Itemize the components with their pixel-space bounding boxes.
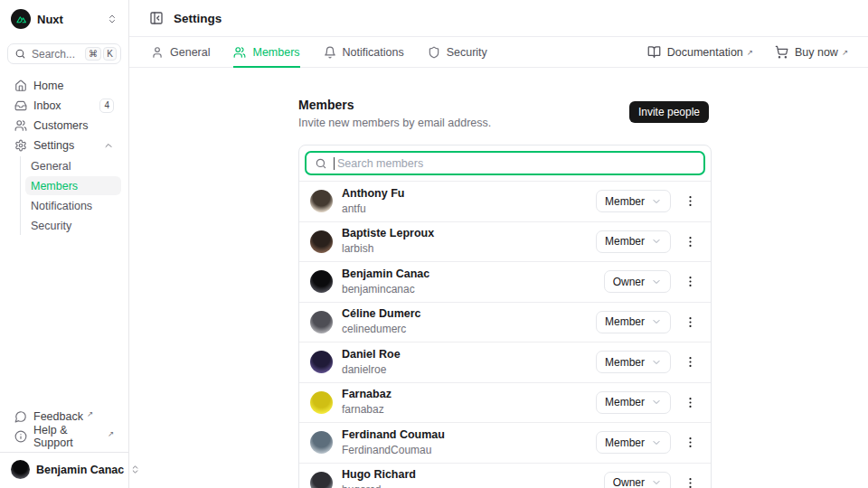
chevron-down-icon	[651, 236, 662, 247]
info-icon	[14, 430, 27, 443]
members-section: Members Invite new members by email addr…	[298, 98, 712, 488]
chevron-down-icon	[651, 357, 662, 368]
member-menu-button[interactable]	[680, 351, 700, 373]
members-list: Anthony Fu antfu Member Baptiste Leproux…	[299, 181, 711, 488]
chat-bubble-icon	[14, 410, 27, 423]
inbox-icon	[14, 99, 27, 112]
member-row: Céline Dumerc celinedumerc Member	[299, 302, 711, 343]
external-link-icon: ↗	[87, 409, 93, 418]
member-avatar	[310, 431, 333, 454]
chevron-down-icon	[651, 196, 662, 207]
member-username: antfu	[342, 202, 404, 216]
member-menu-button[interactable]	[680, 230, 700, 253]
tab-security[interactable]: Security	[428, 37, 487, 67]
chevron-down-icon	[651, 437, 662, 448]
member-row: Anthony Fu antfu Member	[299, 181, 711, 221]
member-username: benjamincanac	[342, 283, 429, 296]
member-username: larbish	[342, 242, 434, 256]
sidebar-nav: Home Inbox 4 Customers Settings Genera	[7, 76, 121, 236]
chevron-down-icon	[651, 316, 662, 327]
tab-members[interactable]: Members	[233, 37, 299, 67]
sidebar-item-label: Customers	[33, 119, 88, 132]
sidebar-item-label: Home	[33, 80, 63, 92]
member-avatar	[310, 351, 333, 373]
documentation-link[interactable]: Documentation ↗	[647, 45, 753, 59]
inbox-count-badge: 4	[99, 99, 114, 113]
member-role-select[interactable]: Owner	[604, 270, 671, 293]
ellipsis-vertical-icon	[684, 315, 697, 329]
sidebar: Nuxt Search... ⌘ K Home Inbox 4	[0, 0, 129, 488]
member-row: Baptiste Leproux larbish Member	[299, 221, 711, 262]
page-header: Settings	[129, 0, 868, 37]
sidebar-search-placeholder: Search...	[32, 48, 75, 61]
ellipsis-vertical-icon	[684, 275, 697, 288]
team-selector[interactable]: Nuxt	[7, 7, 121, 31]
help-support-link[interactable]: Help & Support ↗	[7, 427, 121, 446]
sidebar-search-input[interactable]: Search... ⌘ K	[7, 43, 121, 64]
member-name: Céline Dumerc	[342, 307, 421, 322]
member-name: Farnabaz	[342, 388, 392, 402]
sidebar-item-security[interactable]: Security	[25, 216, 121, 235]
ellipsis-vertical-icon	[684, 396, 697, 409]
sidebar-item-home[interactable]: Home	[7, 76, 121, 96]
main-area: Settings General Members Notifications	[129, 0, 868, 488]
member-avatar	[310, 391, 333, 414]
member-menu-button[interactable]	[680, 472, 700, 488]
member-name: Baptiste Leproux	[342, 227, 434, 241]
members-card: Search members Anthony Fu antfu Member B…	[298, 145, 712, 488]
member-role-select[interactable]: Member	[596, 391, 671, 414]
avatar	[11, 460, 30, 479]
member-menu-button[interactable]	[680, 190, 700, 212]
search-icon	[14, 48, 26, 60]
member-avatar	[310, 190, 333, 212]
external-link-icon: ↗	[747, 48, 753, 57]
member-menu-button[interactable]	[680, 391, 700, 414]
member-avatar	[310, 230, 333, 253]
member-menu-button[interactable]	[680, 311, 700, 333]
member-avatar	[310, 311, 333, 333]
tab-general[interactable]: General	[151, 37, 210, 67]
buy-now-link[interactable]: Buy now ↗	[775, 45, 848, 59]
invite-people-button[interactable]: Invite people	[629, 101, 709, 123]
sidebar-item-notifications[interactable]: Notifications	[25, 196, 121, 215]
sidebar-item-settings[interactable]: Settings	[7, 136, 121, 155]
member-role-select[interactable]: Member	[596, 311, 671, 333]
tab-bar: General Members Notifications Security	[129, 37, 868, 68]
panel-left-close-icon[interactable]	[147, 9, 165, 27]
member-username: celinedumerc	[342, 323, 421, 336]
member-role-select[interactable]: Member	[596, 230, 671, 253]
tab-notifications[interactable]: Notifications	[324, 37, 404, 67]
book-open-icon	[647, 45, 661, 59]
sidebar-item-label: Settings	[33, 139, 74, 152]
ellipsis-vertical-icon	[684, 476, 697, 488]
member-row: Daniel Roe danielroe Member	[299, 342, 711, 382]
member-role-select[interactable]: Owner	[604, 472, 671, 488]
users-icon	[14, 119, 27, 132]
member-role-select[interactable]: Member	[596, 431, 671, 454]
member-menu-button[interactable]	[680, 431, 700, 454]
gear-icon	[14, 139, 27, 152]
user-name: Benjamin Canac	[36, 464, 124, 476]
member-menu-button[interactable]	[680, 270, 700, 293]
settings-sub-list: General Members Notifications Security	[20, 156, 121, 235]
ellipsis-vertical-icon	[684, 194, 697, 208]
user-menu[interactable]: Benjamin Canac	[0, 452, 128, 483]
chevron-down-icon	[651, 397, 662, 408]
external-link-icon: ↗	[842, 48, 848, 57]
member-role-select[interactable]: Member	[596, 190, 671, 212]
member-row: Ferdinand Coumau FerdinandCoumau Member	[299, 422, 711, 463]
member-name: Ferdinand Coumau	[342, 428, 445, 443]
member-role-select[interactable]: Member	[596, 351, 671, 373]
external-link-icon: ↗	[108, 429, 114, 438]
members-search-input[interactable]: Search members	[305, 151, 705, 175]
chevron-down-icon	[651, 277, 662, 287]
member-username: hugorcd	[342, 483, 416, 488]
ellipsis-vertical-icon	[684, 355, 697, 369]
sidebar-item-inbox[interactable]: Inbox 4	[7, 96, 121, 116]
search-shortcut: ⌘ K	[85, 47, 117, 61]
sidebar-item-label: Inbox	[33, 99, 61, 112]
sidebar-item-members[interactable]: Members	[25, 176, 121, 195]
sidebar-item-customers[interactable]: Customers	[7, 116, 121, 136]
chevrons-up-down-icon	[107, 14, 118, 24]
sidebar-item-general[interactable]: General	[25, 156, 121, 175]
